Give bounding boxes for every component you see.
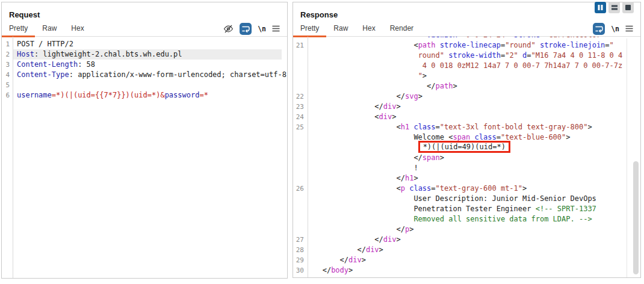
line-number: 1: [2, 39, 13, 49]
response-tab-raw[interactable]: Raw: [326, 21, 355, 36]
scrollbar-thumb[interactable]: [633, 161, 639, 274]
code-text: :: [34, 50, 43, 58]
code-text: 4 0 018 0zM12 14a7 7 0 00-7 7h14a7 7 0 0…: [418, 61, 623, 70]
line-number: 30: [293, 265, 308, 276]
code-text: div: [348, 256, 362, 264]
code-line: 30 </body>: [293, 265, 640, 276]
code-text: lightweight-2.chal.bts.wh.edu.pl: [43, 50, 182, 58]
code-line-wrap: </p>: [293, 224, 640, 235]
code-line-wrap: Removed all sensitive data from LDAP. --…: [293, 214, 640, 224]
code-text: [518, 51, 522, 60]
line-number: 2: [2, 49, 13, 60]
code-line-wrap: ">: [293, 71, 640, 81]
code-text: "M16 7a4 4 0 11-8 0 4: [531, 51, 623, 60]
line-number: 25: [293, 122, 308, 132]
response-editor[interactable]: viewBox="0 0 24 24" stroke="currentColor…: [293, 37, 640, 277]
code-text: 58: [87, 60, 95, 69]
code-text: >: [379, 245, 383, 254]
code-text: div: [383, 235, 397, 244]
line-number: 26: [293, 184, 308, 194]
newline-icon[interactable]: \n: [611, 25, 619, 33]
code-text: "text-blue-600": [501, 133, 566, 141]
code-text: >: [409, 225, 413, 233]
word-wrap-icon[interactable]: [593, 23, 605, 35]
code-text: >: [413, 174, 418, 182]
scrollbar-track: [627, 39, 627, 277]
response-tab-render[interactable]: Render: [383, 21, 421, 36]
code-text: svg: [405, 92, 418, 100]
menu-icon[interactable]: [272, 25, 280, 32]
line-number: [293, 51, 308, 61]
layout-selector: [595, 2, 634, 13]
code-text: body: [331, 266, 348, 274]
word-wrap-icon[interactable]: [240, 23, 252, 35]
code-text: Content-Type: [17, 70, 69, 79]
code-text: >: [423, 72, 427, 80]
request-tab-hex[interactable]: Hex: [64, 21, 91, 36]
request-tab-raw[interactable]: Raw: [35, 21, 64, 36]
code-text: password: [165, 91, 200, 99]
request-editor[interactable]: 1POST / HTTP/22Host: lightweight-2.chal.…: [2, 37, 287, 278]
code-text: [536, 41, 540, 49]
line-number: 4: [2, 70, 13, 80]
code-text: [309, 215, 413, 223]
code-text: =: [436, 123, 440, 131]
code-text: stroke: [514, 37, 540, 39]
line-number: 24: [293, 112, 308, 122]
code-text: </: [309, 245, 366, 254]
code-text: div: [366, 245, 379, 254]
code-text: Removed all sensitive data from LDAP. --…: [413, 215, 592, 223]
code-text: >: [605, 37, 609, 39]
split-columns-button[interactable]: [595, 2, 606, 13]
code-text: </: [309, 235, 383, 244]
response-tab-pretty[interactable]: Pretty: [293, 21, 326, 36]
single-pane-button[interactable]: [622, 2, 634, 13]
line-number: [293, 61, 308, 71]
code-line: 29 </div>: [293, 255, 640, 265]
code-text: >: [453, 82, 457, 90]
code-text: [470, 133, 474, 141]
code-text: username: [17, 91, 52, 99]
highlighted-selection: *)(|(uid=49)(uid=*): [418, 141, 510, 153]
code-line-wrap: round" stroke-width="2" d="M16 7a4 4 0 1…: [293, 51, 640, 61]
code-line-wrap: *)(|(uid=49)(uid=*): [293, 143, 640, 153]
code-text: Welcome <: [309, 133, 453, 141]
request-tab-bar: PrettyRawHex \n: [2, 21, 287, 37]
code-text: </: [309, 256, 348, 264]
newline-icon[interactable]: \n: [258, 25, 266, 33]
code-line-wrap: Penetration Tester Engineer <!-- SPRT-13…: [293, 204, 640, 214]
code-text: [509, 37, 513, 39]
hide-icon[interactable]: [223, 24, 234, 34]
code-text: </: [309, 225, 405, 233]
code-line: 2Host: lightweight-2.chal.bts.wh.edu.pl: [2, 49, 287, 60]
line-number: 29: [293, 255, 308, 265]
code-text: [309, 61, 418, 70]
code-line-wrap: </span>: [293, 153, 640, 163]
code-text: =: [605, 41, 609, 49]
response-tab-hex[interactable]: Hex: [355, 21, 382, 36]
code-text: >: [397, 102, 401, 111]
request-tab-pretty[interactable]: Pretty: [2, 21, 35, 36]
code-text: Penetration Tester Engineer: [309, 205, 536, 213]
code-line: 24 <div>: [293, 112, 640, 122]
split-rows-button[interactable]: [608, 2, 620, 13]
request-panel: Request PrettyRawHex \n: [1, 2, 288, 279]
line-number: 3: [2, 60, 13, 70]
line-number: [293, 132, 308, 143]
code-line: 27 </div>: [293, 235, 640, 245]
line-number: [293, 71, 308, 81]
menu-icon[interactable]: [625, 25, 633, 32]
code-text: stroke-width: [448, 51, 501, 60]
code-text: span: [423, 153, 440, 162]
code-line-wrap: !: [293, 163, 640, 173]
code-text: "currentColor": [544, 37, 605, 39]
code-text: [436, 41, 440, 49]
code-text: "text-3xl font-bold text-gray-800": [440, 123, 588, 131]
code-line: 21 <path stroke-linecap="round" stroke-l…: [293, 40, 640, 51]
code-text: "round": [505, 41, 536, 49]
code-text: =: [431, 184, 435, 193]
code-text: </: [309, 174, 405, 182]
code-line-wrap: User Description: Junior Mid-Senior DevO…: [293, 194, 640, 204]
code-text: class: [409, 184, 431, 193]
code-text: path: [436, 82, 453, 90]
